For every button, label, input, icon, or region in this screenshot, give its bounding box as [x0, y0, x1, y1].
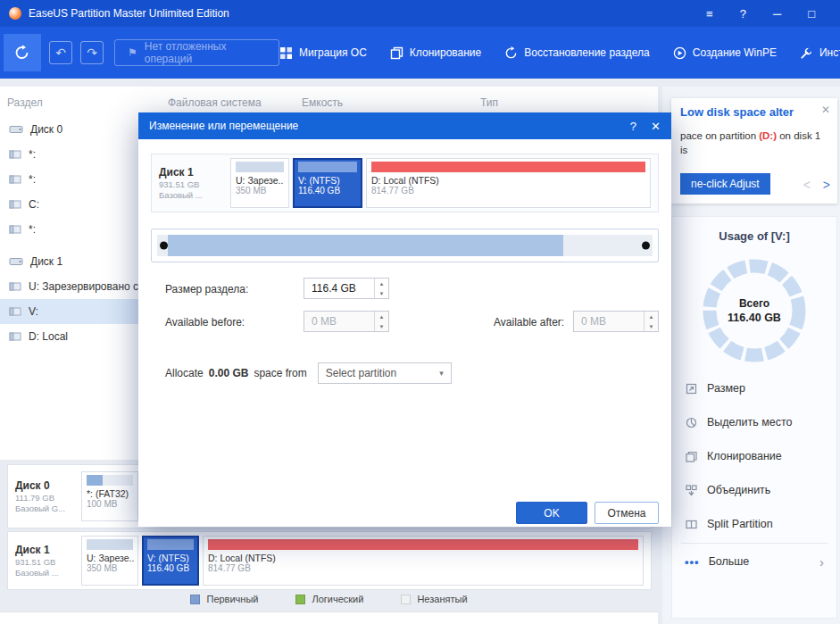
alert-text-before: pace on partition [680, 130, 759, 141]
spin-up-icon[interactable]: ▲ [645, 312, 658, 321]
resize-icon [685, 382, 698, 395]
spinner-arrows: ▲ ▼ [644, 312, 658, 331]
right-sidebar: Low disk space alter ✕ pace on partition… [662, 87, 840, 624]
partition-size-label: Размер раздела: [165, 283, 248, 295]
menu-item-label: Split Partition [707, 518, 773, 530]
select-partition-dropdown[interactable]: Select partition ▾ [318, 362, 452, 384]
alert-next-icon[interactable]: > [823, 178, 830, 192]
dialog-partition-block-v-selected[interactable]: V: (NTFS) 116.40 GB [293, 158, 362, 208]
more-label: Больше [709, 555, 750, 568]
dialog-titlebar: Изменение или перемещение ? ✕ [138, 112, 671, 139]
usage-panel: Usage of [V:] Всего 116.40 GB Размер Выд… [671, 216, 837, 619]
menu-item-more[interactable]: ••• Больше › [672, 545, 836, 578]
menu-item-allocate-space[interactable]: Выделить место [672, 405, 836, 439]
partition-icon [9, 224, 21, 235]
menu-item-resize[interactable]: Размер [672, 371, 836, 405]
alert-prev-icon[interactable]: < [803, 178, 811, 192]
available-before-spinner[interactable]: 0 MB ▲ ▼ [304, 311, 389, 332]
slider-handle-left[interactable] [160, 242, 168, 250]
tools-button[interactable]: Инструменты ▾ [800, 46, 840, 60]
partition-name: *: (FAT32) [87, 488, 133, 499]
slider-handle-right[interactable] [642, 242, 650, 250]
partition-name: D: Local (NTFS) [371, 175, 645, 186]
migrate-os-button[interactable]: Миграция ОС [279, 46, 367, 60]
clone-button[interactable]: Клонирование [390, 46, 481, 60]
partition-bar [87, 475, 133, 486]
pending-operations-label: Нет отложенных операций [145, 40, 266, 65]
undo-icon: ↶ [55, 46, 66, 60]
spin-up-icon[interactable]: ▲ [375, 312, 388, 321]
select-partition-value: Select partition [326, 367, 396, 379]
partition-block-fat32[interactable]: *: (FAT32) 100 MB [81, 471, 138, 521]
create-winpe-button[interactable]: Создание WinPE [673, 46, 777, 60]
spin-down-icon[interactable]: ▼ [375, 288, 388, 298]
alert-title: Low disk space alter [680, 105, 828, 119]
partition-block-u[interactable]: U: Зарезе.. 350 MB [81, 536, 138, 586]
merge-icon [685, 484, 698, 497]
disk-name: Диск 1 [15, 544, 78, 557]
partition-size: 350 MB [87, 563, 133, 573]
allocate-space-icon [685, 416, 698, 429]
column-capacity: Емкость [302, 96, 480, 109]
tree-row-label: C: [29, 198, 39, 211]
redo-button[interactable]: ↷ [80, 41, 104, 64]
disk1-info: Диск 1 931.51 GB Базовый ... [15, 544, 78, 578]
alert-close-icon[interactable]: ✕ [821, 104, 830, 116]
ok-button[interactable]: OK [516, 502, 587, 524]
window-controls: ≡ ? ─ □ [706, 7, 815, 21]
available-after-value: 0 MB [574, 315, 644, 328]
partition-legend: Первичный Логический Незанятый [0, 594, 658, 604]
minimize-icon[interactable]: ─ [773, 7, 781, 21]
toolbar-actions: Миграция ОС Клонирование Восстановление … [279, 46, 840, 60]
legend-label: Незанятый [417, 594, 467, 604]
flag-icon: ⚑ [128, 46, 137, 59]
partition-bar [298, 162, 357, 172]
partition-block-v-selected[interactable]: V: (NTFS) 116.40 GB [142, 536, 199, 586]
partition-icon [9, 199, 21, 210]
dropdown-chevron-icon: ▾ [439, 369, 444, 378]
menu-item-split-partition[interactable]: Split Partition [672, 507, 836, 541]
partition-size-value[interactable]: 116.4 GB [304, 282, 374, 295]
partition-icon [9, 281, 21, 292]
available-after-spinner[interactable]: 0 MB ▲ ▼ [573, 311, 659, 332]
one-click-adjust-button[interactable]: ne-click Adjust [680, 173, 770, 195]
partition-recovery-button[interactable]: Восстановление раздела [504, 46, 650, 60]
refresh-button[interactable] [4, 34, 41, 71]
partition-name: V: (NTFS) [298, 175, 357, 186]
dialog-help-icon[interactable]: ? [630, 120, 636, 133]
dialog-partition-block-u[interactable]: U: Зарезе.. 350 MB [230, 158, 289, 208]
pending-operations[interactable]: ⚑ Нет отложенных операций [114, 39, 279, 66]
spin-down-icon[interactable]: ▼ [375, 321, 388, 331]
spin-up-icon[interactable]: ▲ [375, 279, 388, 288]
cancel-button[interactable]: Отмена [595, 502, 659, 524]
dialog-title: Изменение или перемещение [149, 120, 298, 132]
undo-button[interactable]: ↶ [49, 41, 72, 64]
resize-slider [151, 229, 659, 262]
partition-block-d[interactable]: D: Local (NTFS) 814.77 GB [203, 536, 644, 586]
dialog-partition-block-d[interactable]: D: Local (NTFS) 814.77 GB [366, 158, 651, 208]
legend-unallocated-swatch [401, 595, 411, 604]
clone-icon [390, 46, 403, 60]
partition-bar [236, 162, 284, 172]
partition-name: D: Local (NTFS) [208, 553, 638, 563]
dialog-close-icon[interactable]: ✕ [651, 120, 661, 133]
disk-name: Диск 0 [15, 479, 78, 493]
menu-item-merge[interactable]: Объединить [672, 473, 836, 507]
spin-down-icon[interactable]: ▼ [645, 321, 658, 331]
maximize-icon[interactable]: □ [808, 7, 815, 21]
resize-slider-track[interactable] [157, 235, 653, 256]
spinner-arrows: ▲ ▼ [374, 279, 388, 298]
disk-type: Базовый ... [159, 190, 227, 201]
menu-icon[interactable]: ≡ [706, 7, 713, 21]
disk-type: Базовый G... [15, 503, 78, 514]
partition-size-spinner[interactable]: 116.4 GB ▲ ▼ [304, 278, 389, 299]
help-icon[interactable]: ? [740, 7, 746, 21]
available-before-value: 0 MB [304, 315, 374, 328]
menu-item-clone[interactable]: Клонирование [672, 439, 836, 473]
legend-logical: Логический [295, 594, 363, 604]
menu-separator [681, 543, 828, 544]
donut-total-value: 116.40 GB [728, 312, 781, 324]
legend-unallocated: Незанятый [401, 594, 467, 604]
partition-name: U: Зарезе.. [236, 175, 284, 186]
disk-size: 111.79 GB [15, 493, 78, 503]
